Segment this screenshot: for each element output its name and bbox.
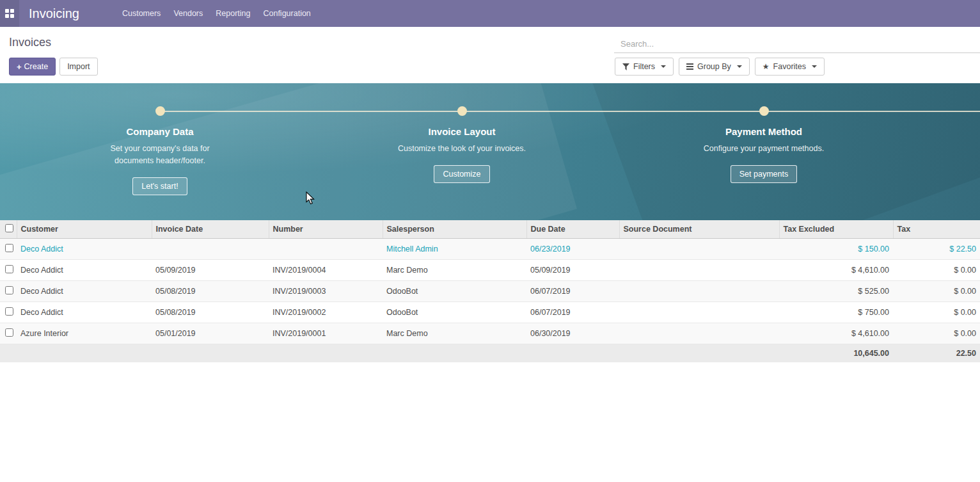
step-dot-icon xyxy=(155,106,165,116)
search-options: Filters Group By ★ Favorites xyxy=(615,58,825,76)
column-header-invoice-date[interactable]: Invoice Date xyxy=(152,220,269,239)
cell-salesperson: OdooBot xyxy=(383,281,526,302)
cell-invoice-date: 05/01/2019 xyxy=(152,323,269,344)
select-all-cell xyxy=(0,220,17,239)
cell-customer: Deco Addict xyxy=(17,239,152,260)
plus-icon: + xyxy=(17,62,22,72)
chevron-down-icon xyxy=(812,65,817,68)
step-dot-icon xyxy=(457,106,467,116)
cell-salesperson: Marc Demo xyxy=(383,260,526,281)
cell-tax: $ 22.50 xyxy=(893,239,980,260)
column-header-tax[interactable]: Tax xyxy=(893,220,980,239)
invoice-list-table: Customer Invoice Date Number Salesperson… xyxy=(0,220,980,362)
step-description: Customize the look of your invoices. xyxy=(398,143,526,155)
favorites-button[interactable]: ★ Favorites xyxy=(755,58,825,76)
set-payments-button[interactable]: Set payments xyxy=(731,165,797,183)
column-header-due-date[interactable]: Due Date xyxy=(526,220,619,239)
cell-salesperson: OdooBot xyxy=(383,302,526,323)
table-header-row: Customer Invoice Date Number Salesperson… xyxy=(0,220,980,239)
control-panel: Invoices + Create Import Filters Group B… xyxy=(0,27,980,83)
apps-menu-button[interactable] xyxy=(0,0,19,27)
menu-configuration[interactable]: Configuration xyxy=(257,0,317,27)
cell-number: INV/2019/0003 xyxy=(269,281,383,302)
create-button-label: Create xyxy=(24,62,49,71)
cell-salesperson: Marc Demo xyxy=(383,323,526,344)
top-navbar: Invoicing Customers Vendors Reporting Co… xyxy=(0,0,980,27)
cell-invoice-date xyxy=(152,239,269,260)
cell-invoice-date: 05/09/2019 xyxy=(152,260,269,281)
column-header-source-document[interactable]: Source Document xyxy=(619,220,779,239)
cell-salesperson: Mitchell Admin xyxy=(383,239,526,260)
apps-grid-icon xyxy=(5,9,14,18)
invoice-row[interactable]: Deco Addict Mitchell Admin 06/23/2019 $ … xyxy=(0,239,980,260)
row-checkbox[interactable] xyxy=(5,244,13,252)
cell-customer: Azure Interior xyxy=(17,323,152,344)
invoice-row[interactable]: Deco Addict 05/09/2019 INV/2019/0004 Mar… xyxy=(0,260,980,281)
column-header-salesperson[interactable]: Salesperson xyxy=(383,220,526,239)
cell-tax-excluded: $ 150.00 xyxy=(779,239,893,260)
action-buttons: + Create Import xyxy=(9,58,971,76)
select-all-checkbox[interactable] xyxy=(5,224,13,232)
group-by-icon xyxy=(686,63,693,70)
cell-tax: $ 0.00 xyxy=(893,281,980,302)
onboarding-step-payment-method: Payment Method Configure your payment me… xyxy=(655,106,873,183)
customize-button[interactable]: Customize xyxy=(434,165,489,183)
import-button[interactable]: Import xyxy=(59,58,97,76)
step-title: Invoice Layout xyxy=(428,126,495,137)
menu-customers[interactable]: Customers xyxy=(116,0,167,27)
cell-due-date: 06/07/2019 xyxy=(526,302,619,323)
cell-customer: Deco Addict xyxy=(17,260,152,281)
row-checkbox[interactable] xyxy=(5,286,13,294)
step-title: Payment Method xyxy=(725,126,802,137)
column-header-customer[interactable]: Customer xyxy=(17,220,152,239)
total-tax-excluded: 10,645.00 xyxy=(779,344,893,362)
step-dot-icon xyxy=(759,106,769,116)
cell-tax: $ 0.00 xyxy=(893,323,980,344)
cell-invoice-date: 05/08/2019 xyxy=(152,281,269,302)
search-input[interactable] xyxy=(614,35,980,53)
onboarding-step-company-data: Company Data Set your company's data for… xyxy=(51,106,269,195)
column-header-tax-excluded[interactable]: Tax Excluded xyxy=(779,220,893,239)
totals-row: 10,645.00 22.50 xyxy=(0,344,980,362)
cell-due-date: 06/07/2019 xyxy=(526,281,619,302)
cell-customer: Deco Addict xyxy=(17,281,152,302)
cell-customer: Deco Addict xyxy=(17,302,152,323)
cell-tax: $ 0.00 xyxy=(893,260,980,281)
cell-number: INV/2019/0001 xyxy=(269,323,383,344)
cell-source-document xyxy=(619,281,779,302)
group-by-button-label: Group By xyxy=(697,62,731,71)
cell-tax-excluded: $ 525.00 xyxy=(779,281,893,302)
cell-due-date: 06/23/2019 xyxy=(526,239,619,260)
invoice-row[interactable]: Deco Addict 05/08/2019 INV/2019/0003 Odo… xyxy=(0,281,980,302)
invoice-row[interactable]: Deco Addict 05/08/2019 INV/2019/0002 Odo… xyxy=(0,302,980,323)
step-description: Set your company's data for documents he… xyxy=(95,143,226,167)
chevron-down-icon xyxy=(661,65,666,68)
group-by-button[interactable]: Group By xyxy=(679,58,750,76)
cell-source-document xyxy=(619,323,779,344)
cell-due-date: 06/30/2019 xyxy=(526,323,619,344)
column-header-number[interactable]: Number xyxy=(269,220,383,239)
cell-tax-excluded: $ 750.00 xyxy=(779,302,893,323)
cell-number: INV/2019/0004 xyxy=(269,260,383,281)
cell-tax-excluded: $ 4,610.00 xyxy=(779,260,893,281)
invoice-row[interactable]: Azure Interior 05/01/2019 INV/2019/0001 … xyxy=(0,323,980,344)
menu-vendors[interactable]: Vendors xyxy=(167,0,209,27)
total-tax: 22.50 xyxy=(893,344,980,362)
onboarding-step-invoice-layout: Invoice Layout Customize the look of you… xyxy=(353,106,571,183)
cell-source-document xyxy=(619,302,779,323)
cell-tax: $ 0.00 xyxy=(893,302,980,323)
create-button[interactable]: + Create xyxy=(9,58,56,76)
row-checkbox[interactable] xyxy=(5,265,13,273)
cell-number: INV/2019/0002 xyxy=(269,302,383,323)
app-title[interactable]: Invoicing xyxy=(29,6,79,21)
filters-button-label: Filters xyxy=(633,62,655,71)
row-checkbox[interactable] xyxy=(5,307,13,316)
lets-start-button[interactable]: Let's start! xyxy=(132,177,187,195)
cell-due-date: 05/09/2019 xyxy=(526,260,619,281)
menu-reporting[interactable]: Reporting xyxy=(209,0,257,27)
chevron-down-icon xyxy=(737,65,742,68)
cell-invoice-date: 05/08/2019 xyxy=(152,302,269,323)
star-icon: ★ xyxy=(763,63,770,70)
row-checkbox[interactable] xyxy=(5,328,13,337)
filters-button[interactable]: Filters xyxy=(615,58,674,76)
